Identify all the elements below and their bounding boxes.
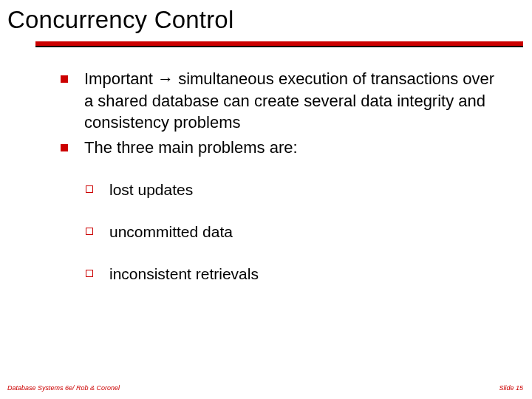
sub-list-item: inconsistent retrievals (86, 264, 502, 284)
square-bullet-icon (61, 144, 68, 151)
list-item: The three main problems are: (61, 137, 502, 159)
square-bullet-icon (61, 75, 68, 83)
sub-bullet-text: inconsistent retrievals (109, 264, 259, 284)
slide: Concurrency Control Important → simultan… (0, 0, 532, 399)
footer-source: Database Systems 6e/ Rob & Coronel (7, 384, 120, 392)
sub-bullet-text: lost updates (109, 180, 193, 200)
sub-list-item: lost updates (86, 180, 502, 200)
hollow-square-bullet-icon (86, 185, 93, 193)
footer-slide-number: Slide 15 (499, 384, 523, 392)
content-area: Important → simultaneous execution of tr… (61, 68, 502, 284)
hollow-square-bullet-icon (86, 228, 93, 235)
list-item: Important → simultaneous execution of tr… (61, 68, 502, 134)
sub-list-item: uncommitted data (86, 222, 502, 242)
slide-title: Concurrency Control (7, 6, 525, 34)
hollow-square-bullet-icon (86, 270, 93, 277)
title-rule-black (35, 46, 523, 47)
bullet-text: Important → simultaneous execution of tr… (84, 68, 502, 134)
sub-list: lost updates uncommitted data inconsiste… (86, 180, 502, 284)
bullet-text: The three main problems are: (84, 137, 298, 159)
sub-bullet-text: uncommitted data (109, 222, 233, 242)
